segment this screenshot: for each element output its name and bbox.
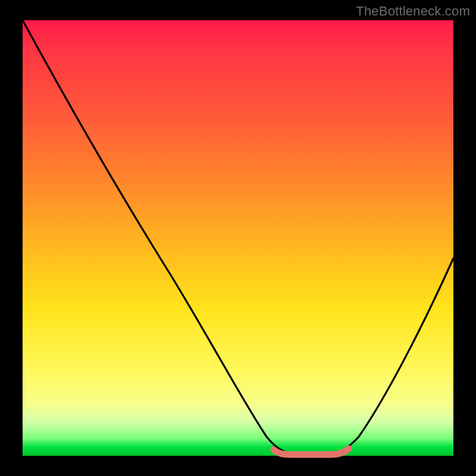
curve-path — [23, 20, 453, 455]
chart-frame: TheBottleneck.com — [0, 0, 476, 476]
optimal-zone-marker — [274, 449, 349, 455]
plot-area — [23, 20, 453, 456]
bottleneck-curve — [23, 20, 453, 456]
watermark-text: TheBottleneck.com — [356, 4, 470, 19]
